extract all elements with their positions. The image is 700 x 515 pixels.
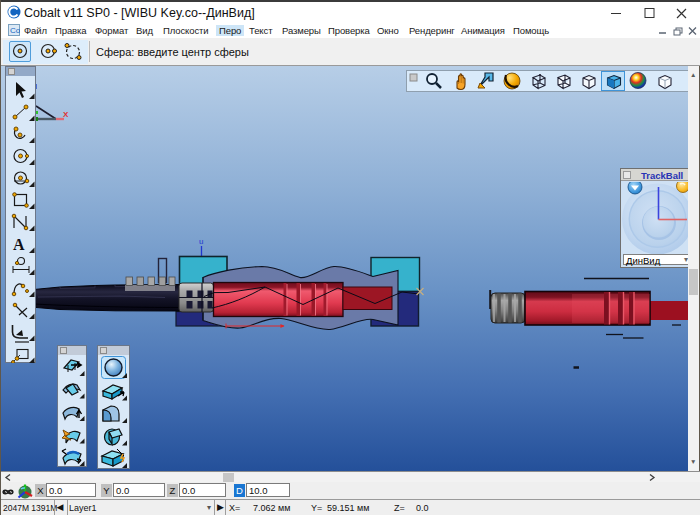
svg-text:Co: Co <box>10 26 20 35</box>
svg-text:X: X <box>63 110 69 119</box>
svg-text:A: A <box>13 236 25 253</box>
svg-text:u: u <box>199 237 203 246</box>
